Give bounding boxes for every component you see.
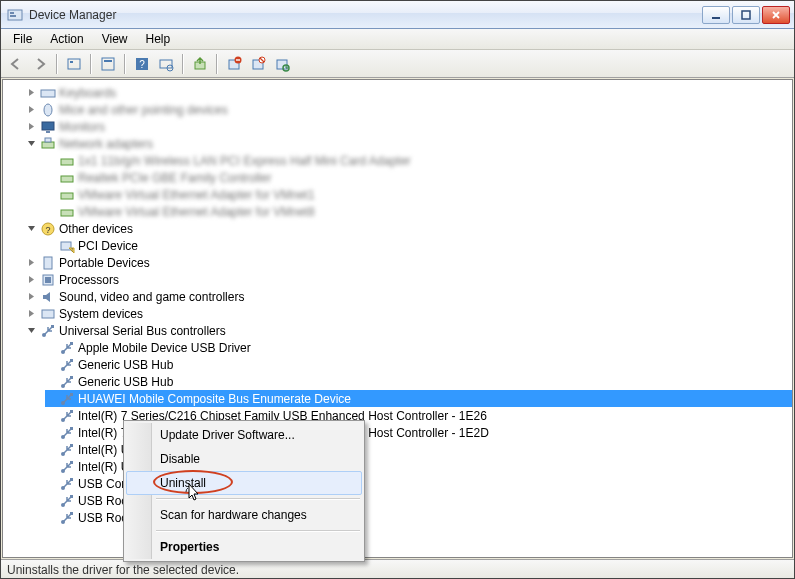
svg-rect-50 — [70, 410, 73, 413]
tree-label[interactable]: VMware Virtual Ethernet Adapter for VMne… — [78, 205, 315, 219]
tree-label[interactable]: Mice and other pointing devices — [59, 103, 228, 117]
expander-icon[interactable] — [26, 274, 37, 285]
tree-label[interactable]: Realtek PCIe GBE Family Controller — [78, 171, 271, 185]
svg-rect-62 — [70, 512, 73, 515]
svg-rect-3 — [712, 17, 720, 19]
menu-help[interactable]: Help — [138, 30, 179, 48]
portable-devices-icon — [40, 255, 56, 271]
enable-button[interactable] — [271, 53, 293, 75]
content-area: Keyboards Mice and other pointing device… — [2, 79, 793, 558]
expander-open-icon[interactable] — [26, 223, 37, 234]
tree-label[interactable]: Sound, video and game controllers — [59, 290, 244, 304]
tree-label[interactable]: 1x1 11b/g/n Wireless LAN PCI Express Hal… — [78, 154, 411, 168]
ctx-update-driver[interactable]: Update Driver Software... — [126, 423, 362, 447]
tree-label[interactable]: Processors — [59, 273, 119, 287]
tree-label[interactable]: Monitors — [59, 120, 105, 134]
svg-rect-56 — [70, 461, 73, 464]
menu-view[interactable]: View — [94, 30, 136, 48]
uninstall-button[interactable] — [223, 53, 245, 75]
tree-label[interactable]: Universal Serial Bus controllers — [59, 324, 226, 338]
usb-icon — [40, 323, 56, 339]
tree-label[interactable]: HUAWEI Mobile Composite Bus Enumerate De… — [78, 392, 351, 406]
svg-rect-24 — [46, 131, 50, 133]
menu-bar: File Action View Help — [1, 29, 794, 50]
close-button[interactable] — [762, 6, 790, 24]
scan-hardware-button[interactable] — [155, 53, 177, 75]
properties-button[interactable] — [97, 53, 119, 75]
svg-rect-60 — [70, 495, 73, 498]
usb-device-icon — [59, 476, 75, 492]
svg-rect-38 — [42, 310, 54, 318]
forward-button[interactable] — [29, 53, 51, 75]
context-menu: Update Driver Software... Disable Uninst… — [123, 420, 365, 562]
expander-icon[interactable] — [26, 87, 37, 98]
tree-label[interactable]: Network adapters — [59, 137, 153, 151]
minimize-button[interactable] — [702, 6, 730, 24]
tree-label[interactable]: Other devices — [59, 222, 133, 236]
ctx-properties[interactable]: Properties — [126, 535, 362, 559]
svg-rect-1 — [10, 12, 14, 14]
status-bar: Uninstalls the driver for the selected d… — [1, 559, 794, 579]
processor-icon — [40, 272, 56, 288]
tree-label[interactable]: Portable Devices — [59, 256, 150, 270]
network-adapter-icon — [59, 153, 75, 169]
svg-rect-27 — [61, 159, 73, 165]
ctx-uninstall[interactable]: Uninstall — [126, 471, 362, 495]
expander-icon[interactable] — [26, 121, 37, 132]
expander-icon[interactable] — [26, 257, 37, 268]
window-title: Device Manager — [29, 8, 702, 22]
tree-label[interactable]: Apple Mobile Device USB Driver — [78, 341, 251, 355]
svg-rect-25 — [42, 142, 54, 148]
ctx-disable[interactable]: Disable — [126, 447, 362, 471]
usb-device-icon — [59, 391, 75, 407]
svg-rect-46 — [70, 376, 73, 379]
svg-rect-16 — [236, 59, 240, 60]
tree-label[interactable]: Generic USB Hub — [78, 358, 173, 372]
help-button[interactable]: ? — [131, 53, 153, 75]
usb-device-icon — [59, 357, 75, 373]
svg-text:?: ? — [45, 225, 50, 235]
disable-button[interactable] — [247, 53, 269, 75]
system-devices-icon — [40, 306, 56, 322]
svg-rect-21 — [41, 90, 55, 97]
usb-device-icon — [59, 459, 75, 475]
expander-open-icon[interactable] — [26, 325, 37, 336]
ctx-scan-hardware[interactable]: Scan for hardware changes — [126, 503, 362, 527]
update-driver-button[interactable] — [189, 53, 211, 75]
svg-rect-40 — [51, 325, 54, 328]
svg-rect-30 — [61, 210, 73, 216]
show-hidden-button[interactable] — [63, 53, 85, 75]
usb-device-icon — [59, 408, 75, 424]
svg-rect-26 — [45, 138, 51, 142]
menu-file[interactable]: File — [5, 30, 40, 48]
maximize-button[interactable] — [732, 6, 760, 24]
svg-rect-4 — [742, 11, 750, 19]
sound-icon — [40, 289, 56, 305]
toolbar: ? — [1, 50, 794, 78]
expander-icon[interactable] — [26, 104, 37, 115]
tree-label[interactable]: PCI Device — [78, 239, 138, 253]
svg-rect-54 — [70, 444, 73, 447]
svg-rect-29 — [61, 193, 73, 199]
back-button[interactable] — [5, 53, 27, 75]
expander-open-icon[interactable] — [26, 138, 37, 149]
tree-label[interactable]: Keyboards — [59, 86, 116, 100]
svg-rect-6 — [70, 61, 73, 63]
usb-device-icon — [59, 374, 75, 390]
svg-rect-7 — [102, 58, 114, 70]
expander-icon[interactable] — [26, 291, 37, 302]
usb-device-icon — [59, 510, 75, 526]
expander-icon[interactable] — [26, 308, 37, 319]
svg-rect-28 — [61, 176, 73, 182]
tree-label[interactable]: VMware Virtual Ethernet Adapter for VMne… — [78, 188, 315, 202]
device-tree[interactable]: Keyboards Mice and other pointing device… — [3, 80, 792, 557]
status-text: Uninstalls the driver for the selected d… — [7, 563, 239, 577]
svg-rect-2 — [10, 15, 16, 17]
tree-label[interactable]: System devices — [59, 307, 143, 321]
tree-label[interactable]: Generic USB Hub — [78, 375, 173, 389]
menu-action[interactable]: Action — [42, 30, 91, 48]
usb-device-icon — [59, 340, 75, 356]
svg-text:?: ? — [139, 59, 145, 70]
mouse-icon — [40, 102, 56, 118]
network-adapter-icon — [59, 204, 75, 220]
